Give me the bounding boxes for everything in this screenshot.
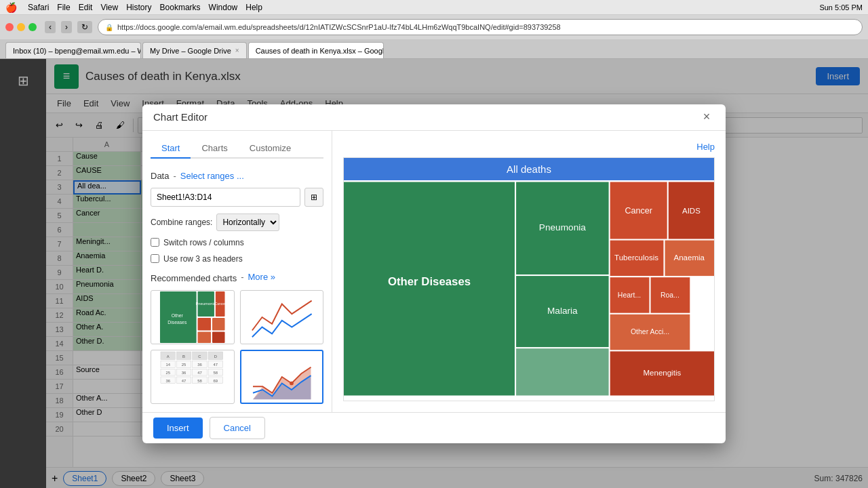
mac-menubar: 🍎 Safari File Edit View History Bookmark… [0,0,868,15]
svg-point-48 [290,382,294,386]
svg-text:Anaemia: Anaemia [673,253,705,262]
menu-help[interactable]: Help [245,3,262,12]
use-row-3-label: Use row 3 as headers [163,254,243,264]
menu-safari[interactable]: Safari [28,3,49,12]
dialog-tab-start[interactable]: Start [151,139,191,159]
menu-view[interactable]: View [100,3,118,12]
svg-text:Cancer: Cancer [625,206,652,216]
tab-sheets-label: Causes of death in Kenya.xlsx – Google S… [256,47,384,55]
recommended-header: Recommended charts - More » [151,270,323,283]
dialog-tab-charts[interactable]: Charts [191,139,238,159]
mac-clock: Sun 5:05 PM [819,3,863,12]
switch-rows-checkbox[interactable] [151,238,159,247]
tab-sheets[interactable]: Causes of death in Kenya.xlsx – Google S… [248,42,384,58]
dialog-body: Start Charts Customize Data - Select ran… [142,131,726,412]
svg-rect-6 [212,331,225,343]
dialog-header: Chart Editor × [142,104,726,131]
maximize-window-button[interactable] [28,23,37,31]
chart-thumbnails: Other Diseases Pneumonia Cancer [151,290,323,404]
svg-text:Diseases: Diseases [167,320,187,325]
svg-text:Pneumonia: Pneumonia [539,222,586,232]
svg-text:Other Acci...: Other Acci... [631,327,669,336]
chart-preview-title: All deaths [344,158,714,180]
combine-label: Combine ranges: [151,218,212,227]
svg-text:47: 47 [197,371,202,375]
close-window-button[interactable] [5,23,14,31]
tab-drive-label: My Drive – Google Drive [150,47,231,55]
svg-text:Malaria: Malaria [547,306,578,316]
ssl-lock-icon: 🔒 [105,24,113,31]
svg-text:C: C [198,354,201,359]
use-row-3-row: Use row 3 as headers [151,254,323,264]
more-charts-link[interactable]: More » [248,272,275,282]
data-row: Data - Select ranges ... [151,171,323,181]
menu-window[interactable]: Window [209,3,238,12]
line-chart-thumbnail[interactable] [240,290,324,344]
use-row-3-checkbox[interactable] [151,254,159,263]
svg-text:D: D [214,354,217,359]
dialog-left-panel: Start Charts Customize Data - Select ran… [142,131,332,412]
url-text: https://docs.google.com/a/email.wm.edu/s… [117,23,561,31]
insert-button[interactable]: Insert [153,418,203,439]
svg-text:36: 36 [165,379,170,383]
range-input[interactable] [151,188,300,207]
chart-editor-dialog: Chart Editor × Start Charts Customize Da… [142,104,726,443]
tab-drive-close[interactable]: × [235,47,239,54]
dialog-overlay: Chart Editor × Start Charts Customize Da… [0,59,868,488]
range-grid-button[interactable]: ⊞ [304,188,323,207]
recommended-label: Recommended charts [151,273,237,283]
menu-history[interactable]: History [126,3,151,12]
tab-mail[interactable]: Inbox (10) – bpeng@email.wm.edu – Willia… [5,42,141,58]
tab-drive[interactable]: My Drive – Google Drive × [142,42,247,58]
svg-text:47: 47 [214,363,218,367]
range-input-row: ⊞ [151,188,323,207]
svg-text:Menengitis: Menengitis [643,369,681,377]
svg-text:58: 58 [214,371,218,375]
svg-text:25: 25 [165,371,170,375]
svg-text:25: 25 [182,363,186,367]
cancel-button[interactable]: Cancel [210,417,265,439]
menu-bookmarks[interactable]: Bookmarks [160,3,201,12]
url-bar[interactable]: 🔒 https://docs.google.com/a/email.wm.edu… [98,19,863,35]
back-button[interactable]: ‹ [45,21,56,33]
browser-tabs: Inbox (10) – bpeng@email.wm.edu – Willia… [0,39,868,58]
minimize-window-button[interactable] [17,23,25,31]
svg-text:B: B [182,354,185,359]
table-chart-thumbnail[interactable]: A B C D 14 25 36 47 [151,350,235,404]
svg-rect-49 [344,182,515,395]
svg-text:69: 69 [214,379,218,383]
traffic-lights [5,23,37,31]
svg-text:36: 36 [182,371,186,375]
svg-text:Other: Other [172,313,184,318]
svg-text:36: 36 [197,363,202,367]
treemap-body: Other Diseases Pneumonia Cancer AIDS [344,180,714,397]
dialog-tabs: Start Charts Customize [151,139,323,159]
select-ranges-label[interactable]: Select ranges ... [180,171,244,181]
svg-rect-3 [198,318,212,331]
help-link[interactable]: Help [343,142,715,152]
apple-logo-icon[interactable]: 🍎 [5,2,17,13]
combine-ranges-row: Combine ranges: Horizontally [151,214,323,231]
area-chart-thumbnail[interactable]: Area chart [240,350,324,404]
svg-rect-4 [212,318,225,331]
dialog-tab-customize[interactable]: Customize [239,139,302,159]
svg-text:Tuberculosis: Tuberculosis [614,253,658,262]
svg-rect-11 [249,291,315,344]
forward-button[interactable]: › [61,21,72,33]
tab-mail-label: Inbox (10) – bpeng@email.wm.edu – Willia… [13,47,141,55]
svg-text:47: 47 [182,379,186,383]
svg-text:Heart...: Heart... [618,291,641,299]
treemap-chart-thumbnail[interactable]: Other Diseases Pneumonia Cancer [151,290,235,344]
svg-text:Roa...: Roa... [660,291,679,299]
dialog-right-panel: Help All deaths Other Diseases Pn [332,131,726,412]
browser-chrome: ‹ › ↻ 🔒 https://docs.google.com/a/email.… [0,15,868,59]
combine-select[interactable]: Horizontally [216,214,279,231]
menu-file[interactable]: File [57,3,70,12]
svg-text:AIDS: AIDS [682,207,701,215]
data-label: Data [151,171,169,181]
dialog-close-button[interactable]: × [698,109,715,125]
svg-text:14: 14 [165,363,170,367]
menu-edit[interactable]: Edit [79,3,93,12]
reload-button[interactable]: ↻ [77,21,92,33]
svg-text:Other Diseases: Other Diseases [388,275,471,288]
